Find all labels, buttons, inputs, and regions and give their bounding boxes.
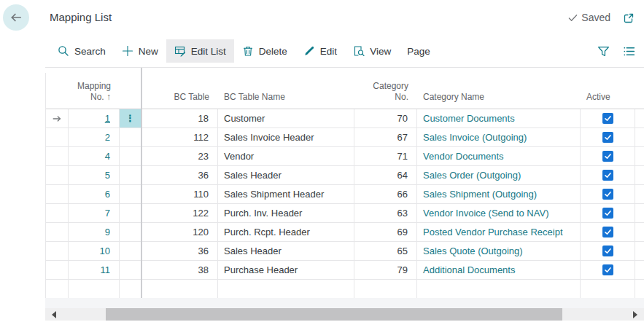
category-name-cell[interactable]: Sales Shipment (Outgoing): [417, 185, 581, 204]
mapping-no-link[interactable]: 9: [105, 227, 110, 237]
page-menu-button[interactable]: Page: [399, 40, 438, 63]
active-cell[interactable]: [581, 242, 635, 261]
bc-table-name-cell[interactable]: Vendor: [218, 147, 354, 166]
search-button[interactable]: Search: [50, 39, 114, 63]
active-cell[interactable]: [581, 185, 635, 204]
edit-button[interactable]: Edit: [295, 39, 345, 63]
bc-table-name-cell[interactable]: Sales Header: [218, 166, 354, 185]
row-selector-cell[interactable]: [46, 185, 69, 204]
row-options-cell[interactable]: ⋮: [120, 185, 141, 204]
row-selector-cell[interactable]: [46, 166, 69, 185]
mapping-no-cell[interactable]: 7: [69, 204, 120, 223]
edit-list-button[interactable]: Edit List: [166, 39, 234, 63]
mapping-no-link[interactable]: 5: [105, 170, 110, 181]
row-options-cell[interactable]: ⋮: [120, 204, 141, 223]
active-checkbox[interactable]: [602, 113, 613, 124]
bc-table-name-cell[interactable]: Purch. Rcpt. Header: [218, 223, 354, 242]
mapping-no-cell[interactable]: 11: [69, 261, 120, 280]
active-checkbox[interactable]: [602, 227, 613, 237]
category-name-cell[interactable]: Vendor Documents: [417, 147, 581, 166]
mapping-no-cell[interactable]: 5: [69, 166, 120, 185]
category-name-cell[interactable]: Posted Vendor Purchase Receipt: [417, 223, 581, 242]
category-no-cell[interactable]: 70: [354, 109, 417, 128]
active-checkbox[interactable]: [602, 246, 613, 256]
active-cell[interactable]: [581, 166, 635, 185]
row-selector-cell[interactable]: [46, 128, 69, 147]
active-cell[interactable]: [581, 147, 635, 166]
bc-table-cell[interactable]: 122: [144, 204, 218, 223]
bc-table-name-cell[interactable]: Sales Header: [218, 242, 354, 261]
mapping-no-cell[interactable]: [69, 280, 120, 299]
category-name-cell[interactable]: Sales Invoice (Outgoing): [417, 128, 581, 147]
choose-columns-button[interactable]: [620, 42, 638, 60]
bc-table-cell[interactable]: [144, 280, 218, 299]
category-name-cell[interactable]: Sales Order (Outgoing): [417, 166, 581, 185]
scrollbar-thumb[interactable]: [106, 308, 562, 321]
category-no-cell[interactable]: 71: [354, 147, 417, 166]
bc-table-cell[interactable]: 120: [144, 223, 218, 242]
active-cell[interactable]: [581, 128, 635, 147]
category-no-column-header[interactable]: Category No.: [354, 81, 417, 109]
category-no-cell[interactable]: 79: [354, 261, 417, 280]
category-name-column-header[interactable]: Category Name: [417, 92, 581, 109]
horizontal-scrollbar[interactable]: [45, 308, 644, 321]
category-name-cell[interactable]: Additional Documents: [417, 261, 581, 280]
row-selector-cell[interactable]: [46, 280, 69, 299]
bc-table-cell[interactable]: 23: [144, 147, 218, 166]
mapping-no-cell[interactable]: 2: [69, 128, 120, 147]
mapping-no-column-header[interactable]: Mapping No. ↑: [69, 81, 120, 109]
bc-table-cell[interactable]: 110: [144, 185, 218, 204]
category-name-cell[interactable]: Vendor Invoice (Send to NAV): [417, 204, 581, 223]
row-selector-cell[interactable]: [46, 242, 69, 261]
active-column-header[interactable]: Active: [581, 92, 635, 109]
active-cell[interactable]: [581, 204, 635, 223]
popout-button[interactable]: [623, 12, 635, 24]
mapping-no-cell[interactable]: 9: [69, 223, 120, 242]
active-checkbox[interactable]: [602, 170, 613, 181]
active-checkbox[interactable]: [602, 151, 613, 162]
row-options-cell[interactable]: ⋮: [120, 223, 141, 242]
row-options-cell[interactable]: ⋮: [120, 109, 141, 128]
row-options-cell[interactable]: ⋮: [120, 242, 141, 261]
row-options-cell[interactable]: ⋮: [120, 261, 141, 280]
category-no-cell[interactable]: 69: [354, 223, 417, 242]
category-no-cell[interactable]: 66: [354, 185, 417, 204]
category-name-cell[interactable]: Sales Quote (Outgoing): [417, 242, 581, 261]
row-selector-cell[interactable]: [46, 109, 69, 128]
delete-button[interactable]: Delete: [234, 39, 295, 63]
bc-table-name-column-header[interactable]: BC Table Name: [218, 92, 354, 109]
mapping-no-link[interactable]: 4: [105, 151, 110, 162]
bc-table-name-cell[interactable]: Sales Invoice Header: [218, 128, 354, 147]
bc-table-cell[interactable]: 18: [144, 109, 218, 128]
active-cell[interactable]: [581, 280, 635, 299]
bc-table-name-cell[interactable]: Purchase Header: [218, 261, 354, 280]
scroll-left-arrow[interactable]: [52, 311, 56, 318]
row-selector-cell[interactable]: [46, 147, 69, 166]
active-cell[interactable]: [581, 109, 635, 128]
row-options-cell[interactable]: ⋮: [120, 280, 141, 299]
active-checkbox[interactable]: [602, 189, 613, 200]
row-selector-cell[interactable]: [46, 261, 69, 280]
active-cell[interactable]: [581, 223, 635, 242]
mapping-no-link[interactable]: 7: [105, 208, 110, 219]
bc-table-cell[interactable]: 112: [144, 128, 218, 147]
back-button[interactable]: [3, 4, 29, 31]
category-no-cell[interactable]: 63: [354, 204, 417, 223]
row-selector-cell[interactable]: [46, 204, 69, 223]
category-name-cell[interactable]: Customer Documents: [417, 109, 581, 128]
mapping-no-cell[interactable]: 6: [69, 185, 120, 204]
row-options-cell[interactable]: ⋮: [120, 128, 141, 147]
mapping-no-cell[interactable]: 10: [69, 242, 120, 261]
active-checkbox[interactable]: [602, 132, 613, 143]
mapping-no-link[interactable]: 1: [105, 113, 110, 124]
bc-table-name-cell[interactable]: [218, 280, 354, 299]
mapping-no-link[interactable]: 2: [105, 132, 110, 143]
new-button[interactable]: New: [114, 39, 166, 63]
active-cell[interactable]: [581, 261, 635, 280]
category-name-cell[interactable]: [417, 280, 581, 299]
filter-button[interactable]: [594, 42, 613, 60]
mapping-no-link[interactable]: 6: [105, 189, 110, 200]
scroll-right-arrow[interactable]: [633, 311, 637, 318]
view-button[interactable]: View: [345, 39, 399, 63]
active-checkbox[interactable]: [602, 208, 613, 219]
